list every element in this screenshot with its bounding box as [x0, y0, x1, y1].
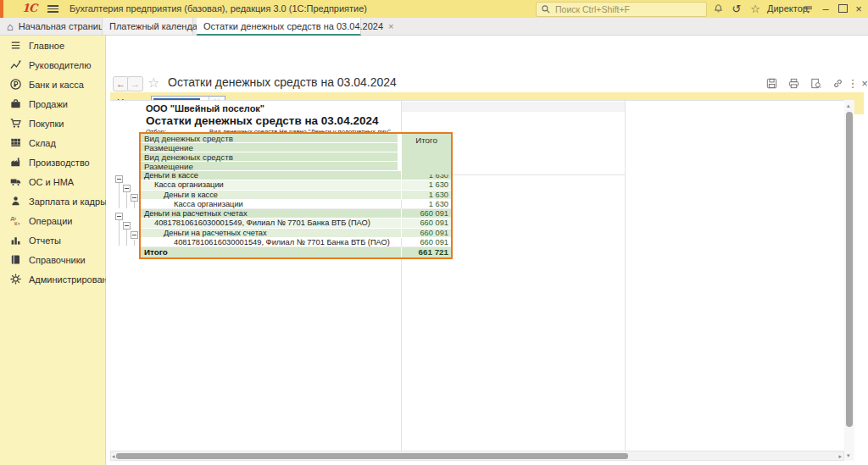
- brand-stripe: [0, 0, 3, 18]
- sidebar-item-pokupki[interactable]: Покупки: [0, 113, 105, 133]
- row-value: 660 091: [401, 238, 451, 246]
- vertical-scrollbar[interactable]: ▴ ▾: [844, 100, 854, 461]
- horizontal-scroll-thumb[interactable]: [116, 453, 628, 459]
- print-preview-icon[interactable]: [808, 76, 823, 90]
- sidebar-item-operacii[interactable]: ДтКтОперации: [0, 211, 105, 230]
- sidebar-item-sklad[interactable]: Склад: [0, 133, 105, 152]
- sidebar-item-prodazhi[interactable]: Продажи: [0, 94, 105, 113]
- row-value: 1 630: [401, 200, 451, 208]
- tab-label: Остатки денежных средств на 03.04.2024: [203, 21, 383, 31]
- row-value: 660 091: [401, 209, 451, 218]
- tree-line: [134, 202, 135, 208]
- report-table[interactable]: Вид денежных средствРазмещениеВид денежн…: [139, 132, 453, 259]
- app-window: 1С Бухгалтерия предприятия (базовая), ре…: [0, 0, 868, 465]
- sidebar-item-label: Отчеты: [29, 235, 61, 246]
- report-row[interactable]: 40817810616030001549, Филиал № 7701 Банк…: [141, 238, 451, 247]
- close-form-icon[interactable]: ×: [857, 76, 868, 90]
- gridline: [625, 101, 626, 451]
- report-header-row[interactable]: Размещение: [141, 143, 398, 152]
- report-header-block: Вид денежных средствРазмещениеВид денежн…: [141, 134, 451, 171]
- ruble-coin-icon: [9, 78, 22, 91]
- history-icon[interactable]: ↺: [729, 1, 744, 16]
- tab-home-page[interactable]: ⌂ Начальная страница: [7, 18, 108, 35]
- total-column-header[interactable]: Итого: [401, 134, 451, 174]
- minimize-button[interactable]: –: [818, 1, 833, 16]
- factory-icon: [9, 156, 22, 169]
- sidebar-item-label: ОС и НМА: [29, 177, 74, 187]
- group-collapse-button[interactable]: [123, 185, 131, 192]
- row-label: Деньги на расчетных счетах: [141, 229, 401, 237]
- main-menu-icon[interactable]: [47, 5, 58, 13]
- sidebar-item-spravochniki[interactable]: Справочники: [0, 250, 105, 269]
- report-total-row[interactable]: Итого 661 721: [141, 247, 451, 257]
- scroll-right-icon[interactable]: ▸: [838, 453, 842, 459]
- header-band: [402, 102, 625, 112]
- group-collapse-button[interactable]: [115, 175, 123, 183]
- group-collapse-button[interactable]: [131, 231, 138, 239]
- report-header-row[interactable]: Вид денежных средств: [141, 152, 398, 162]
- dtkt-icon: ДтКт: [9, 214, 22, 227]
- sidebar-item-rukovoditelyu[interactable]: Руководителю: [0, 55, 105, 75]
- report-row[interactable]: 40817810616030001549, Филиал № 7701 Банк…: [141, 219, 451, 228]
- sidebar-item-label: Руководителю: [29, 60, 91, 70]
- row-label: Деньги в кассе: [141, 191, 401, 199]
- sidebar-item-proizvodstvo[interactable]: Производство: [0, 152, 105, 172]
- get-link-icon[interactable]: [830, 76, 845, 90]
- row-label: 40817810616030001549, Филиал № 7701 Банк…: [141, 219, 401, 227]
- group-collapse-button[interactable]: [115, 213, 123, 220]
- report-company: ООО "Швейный поселок": [146, 103, 264, 113]
- sidebar-item-os-i-nma[interactable]: ОС и НМА: [0, 172, 105, 191]
- group-collapse-button[interactable]: [123, 222, 131, 230]
- svg-text:Кт: Кт: [14, 220, 20, 226]
- search-input[interactable]: [554, 3, 693, 15]
- gear-icon: [9, 273, 22, 285]
- main-area: ← → ☆ Остатки денежных средств на 03.04.…: [106, 36, 868, 465]
- sidebar-item-glavnoe[interactable]: Главное: [0, 36, 105, 55]
- sidebar-item-label: Справочники: [29, 255, 86, 265]
- report-row[interactable]: Касса организации1 630: [141, 180, 451, 190]
- group-collapse-button[interactable]: [131, 194, 138, 202]
- sidebar-item-bank-i-kassa[interactable]: Банк и касса: [0, 75, 105, 94]
- notifications-bell-icon[interactable]: [710, 1, 726, 16]
- sections-panel: ГлавноеРуководителюБанк и кассаПродажиПо…: [0, 36, 106, 465]
- app-title: Бухгалтерия предприятия (базовая), редак…: [70, 3, 367, 14]
- save-icon[interactable]: [764, 76, 779, 90]
- report-header-row[interactable]: Размещение: [141, 162, 398, 171]
- row-label: 40817810616030001549, Филиал № 7701 Банк…: [141, 238, 401, 246]
- person-icon: [9, 195, 22, 208]
- bar-chart-icon: [9, 234, 22, 246]
- favorites-star-icon[interactable]: ☆: [748, 1, 763, 16]
- page-title: Остатки денежных средств на 03.04.2024: [168, 75, 397, 89]
- report-row[interactable]: Касса организации1 630: [141, 200, 451, 209]
- favorite-star-icon[interactable]: ☆: [147, 75, 159, 91]
- print-icon[interactable]: [786, 76, 801, 90]
- report-row[interactable]: Деньги на расчетных счетах660 091: [141, 229, 451, 238]
- sidebar-item-administrirovanie[interactable]: Администрирование: [0, 269, 105, 289]
- briefcase-icon: [9, 97, 22, 110]
- sidebar-item-label: Продажи: [29, 99, 68, 109]
- 1c-logo: 1С: [22, 2, 36, 14]
- scroll-up-icon[interactable]: ▴: [847, 102, 850, 108]
- global-search[interactable]: [536, 2, 707, 17]
- gridline: [451, 174, 625, 175]
- tab-label: Платежный календарь: [109, 21, 208, 31]
- horizontal-scrollbar[interactable]: ◂ ▸: [110, 451, 844, 461]
- report-header-row[interactable]: Вид денежных средств: [141, 134, 398, 143]
- tab-payment-calendar[interactable]: Платежный календарь ×: [102, 18, 193, 35]
- vertical-scroll-thumb[interactable]: [846, 112, 853, 427]
- service-menu-icon[interactable]: [800, 1, 815, 16]
- tab-close-icon[interactable]: ×: [388, 21, 393, 31]
- report-row[interactable]: Деньги в кассе1 630: [141, 191, 451, 200]
- scroll-left-icon[interactable]: ◂: [112, 453, 115, 459]
- scroll-down-icon[interactable]: ▾: [847, 452, 850, 458]
- maximize-button[interactable]: [835, 1, 850, 16]
- sidebar-item-zarplata-i-kadry[interactable]: Зарплата и кадры: [0, 191, 105, 211]
- sidebar-item-label: Операции: [29, 216, 72, 226]
- sidebar-item-otchety[interactable]: Отчеты: [0, 230, 105, 250]
- report-title: Остатки денежных средств на 03.04.2024: [146, 114, 378, 127]
- tab-cash-balances[interactable]: Остатки денежных средств на 03.04.2024 ×: [197, 18, 361, 36]
- row-label: Деньги на расчетных счетах: [141, 209, 401, 218]
- close-window-button[interactable]: ×: [851, 1, 866, 16]
- report-row[interactable]: Деньги на расчетных счетах660 091: [141, 209, 451, 219]
- forward-button[interactable]: →: [127, 76, 143, 91]
